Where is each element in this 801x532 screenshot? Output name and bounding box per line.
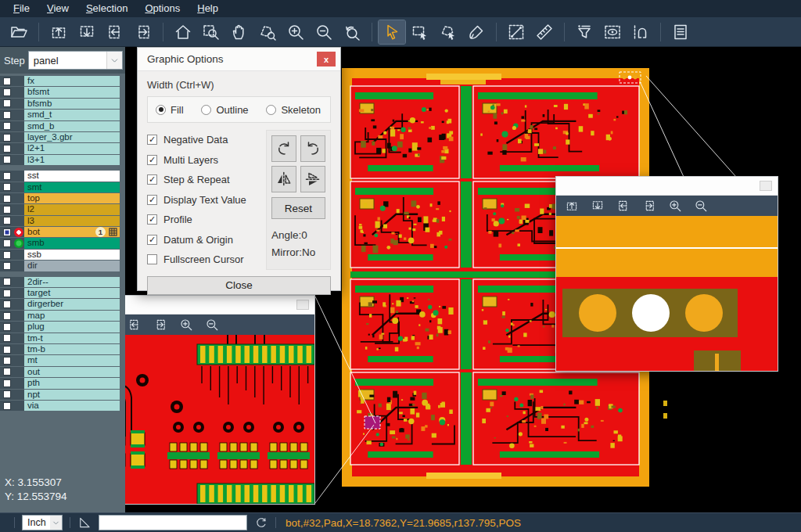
- layer-checkbox[interactable]: [3, 145, 11, 153]
- layer-row-smd_t[interactable]: smd_t: [0, 110, 125, 120]
- layer-name[interactable]: l2: [24, 204, 120, 214]
- layer-checkbox-cell[interactable]: [0, 143, 13, 153]
- checkbox-fullscreen-cursor[interactable]: Fullscreen Cursor: [147, 250, 266, 270]
- pan-hand-icon[interactable]: [226, 20, 253, 44]
- layer-checkbox-cell[interactable]: [0, 333, 13, 343]
- layer-checkbox[interactable]: [3, 122, 11, 130]
- layer-checkbox[interactable]: [3, 262, 11, 270]
- layer-name[interactable]: pth: [24, 378, 120, 388]
- layer-checkbox-cell[interactable]: [0, 110, 13, 120]
- layer-checkbox[interactable]: [3, 99, 11, 107]
- layer-name[interactable]: bfsmt: [24, 87, 120, 97]
- pan-left-icon[interactable]: [126, 316, 143, 333]
- layer-checkbox-cell[interactable]: [0, 390, 13, 400]
- layer-checkbox-cell[interactable]: [0, 250, 13, 260]
- zoom-out-icon[interactable]: [203, 316, 221, 333]
- layer-name[interactable]: dir: [24, 261, 120, 271]
- layer-checkbox[interactable]: [3, 312, 11, 320]
- layer-row-target[interactable]: target: [0, 288, 125, 298]
- chevron-down-icon[interactable]: [106, 52, 122, 69]
- layer-name[interactable]: bfsmb: [24, 99, 120, 109]
- layer-checkbox-cell[interactable]: [0, 367, 13, 377]
- open-folder-icon[interactable]: [5, 20, 32, 44]
- step-select[interactable]: panel: [28, 51, 123, 70]
- layer-checkbox-cell[interactable]: [0, 132, 13, 142]
- layer-checkbox-cell[interactable]: [0, 182, 13, 192]
- grid-icon[interactable]: [109, 228, 117, 236]
- layer-checkbox[interactable]: [3, 111, 11, 119]
- layer-checkbox[interactable]: [3, 195, 11, 203]
- brush-icon[interactable]: [463, 20, 490, 44]
- layer-checkbox[interactable]: [3, 134, 11, 142]
- layer-checkbox-cell[interactable]: [0, 261, 13, 271]
- menu-options[interactable]: Options: [136, 0, 189, 17]
- layer-row-top[interactable]: top: [0, 193, 125, 203]
- layer-row-via[interactable]: via: [0, 401, 125, 411]
- layer-name[interactable]: top: [24, 193, 120, 203]
- unit-select[interactable]: Inch: [22, 515, 63, 530]
- pan-right-icon[interactable]: [152, 316, 169, 333]
- layer-checkbox-cell[interactable]: [0, 87, 13, 97]
- pan-down-icon[interactable]: [589, 197, 606, 214]
- layer-checkbox[interactable]: [3, 251, 11, 259]
- layer-row-dirgerber[interactable]: dirgerber: [0, 299, 125, 309]
- layer-row-bfsmb[interactable]: bfsmb: [0, 99, 125, 109]
- layer-name[interactable]: smd_b: [24, 121, 120, 131]
- layer-checkbox[interactable]: [3, 368, 11, 376]
- layer-row-sst[interactable]: sst: [0, 171, 125, 181]
- layer-name[interactable]: 2dir--: [24, 277, 120, 287]
- layer-row-smb[interactable]: smb: [0, 238, 125, 248]
- filter-icon[interactable]: [571, 20, 598, 44]
- layer-checkbox-cell[interactable]: [0, 99, 13, 109]
- zoom-out-icon[interactable]: [311, 20, 337, 44]
- layer-checkbox[interactable]: [3, 402, 11, 410]
- layer-name[interactable]: fx: [24, 76, 120, 86]
- layer-checkbox-cell[interactable]: [0, 355, 13, 365]
- layer-name[interactable]: ssb: [24, 250, 120, 260]
- layer-name[interactable]: l2+1: [24, 143, 120, 153]
- checkbox-multi-layers[interactable]: ✓Multi Layers: [147, 150, 266, 171]
- zoom-undo-icon[interactable]: [339, 20, 365, 44]
- select-rect-icon[interactable]: [407, 20, 433, 44]
- pan-up-icon[interactable]: [45, 20, 72, 44]
- layer-checkbox[interactable]: [3, 206, 11, 214]
- pan-right-icon[interactable]: [130, 20, 156, 44]
- menu-view[interactable]: View: [38, 0, 77, 17]
- layer-name[interactable]: tm-b: [24, 344, 120, 354]
- checkbox-step-repeat[interactable]: ✓Step & Repeat: [147, 170, 266, 190]
- zoom-window-right[interactable]: [555, 176, 778, 372]
- layer-name[interactable]: layer_3.gbr: [24, 132, 120, 142]
- layer-checkbox-cell[interactable]: [0, 76, 13, 86]
- pan-up-icon[interactable]: [563, 197, 580, 214]
- layer-name[interactable]: sst: [24, 171, 120, 181]
- layer-row-l2+1[interactable]: l2+1: [0, 143, 125, 153]
- layer-name[interactable]: via: [24, 401, 120, 411]
- layer-row-fx[interactable]: fx: [0, 76, 125, 86]
- layer-checkbox-cell[interactable]: [0, 288, 13, 298]
- ruler-icon[interactable]: [531, 20, 558, 44]
- layer-checkbox[interactable]: [3, 228, 11, 236]
- layer-checkbox[interactable]: [3, 334, 11, 342]
- layer-row-map[interactable]: map: [0, 311, 125, 321]
- mirror-v-button[interactable]: [271, 166, 296, 192]
- layer-checkbox[interactable]: [3, 379, 11, 387]
- zoom-in-icon[interactable]: [666, 197, 684, 214]
- layer-row-l2[interactable]: l2: [0, 204, 125, 214]
- layer-name[interactable]: l3+1: [24, 155, 120, 165]
- checkbox-profile[interactable]: ✓Profile: [147, 210, 266, 230]
- layer-checkbox[interactable]: [3, 88, 11, 96]
- chevron-down-icon[interactable]: [50, 516, 62, 530]
- checkbox-negative-data[interactable]: ✓Negative Data: [147, 130, 266, 150]
- layer-row-mt[interactable]: mt: [0, 355, 125, 365]
- layer-name[interactable]: l3: [24, 216, 120, 226]
- reset-button[interactable]: Reset: [271, 197, 325, 219]
- layer-checkbox-cell[interactable]: [0, 401, 13, 411]
- layer-name[interactable]: dirgerber: [24, 299, 120, 309]
- rotate-cw-button[interactable]: [271, 135, 296, 162]
- layer-checkbox[interactable]: [3, 183, 11, 191]
- layer-row-pth[interactable]: pth: [0, 378, 125, 388]
- pan-left-icon[interactable]: [615, 197, 632, 214]
- close-button[interactable]: Close: [147, 276, 331, 295]
- layer-row-smd_b[interactable]: smd_b: [0, 121, 125, 131]
- rotate-ccw-button[interactable]: [300, 135, 325, 162]
